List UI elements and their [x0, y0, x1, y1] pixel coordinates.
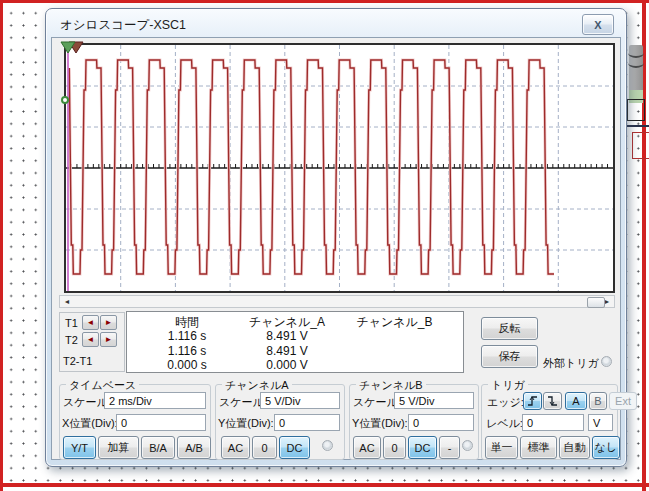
t2-channel-a-value: 8.491 V	[237, 344, 337, 358]
multisim-workspace: オシロスコープ-XSC1 X ◄ ► T1 ◄	[0, 0, 649, 491]
cursor-handle-icons[interactable]	[60, 41, 86, 54]
trigger-mode-normal-button[interactable]: 標準	[520, 436, 557, 459]
timebase-mode-ab-button[interactable]: A/B	[177, 436, 211, 459]
falling-edge-icon	[547, 395, 559, 407]
channel-b-ac-button[interactable]: AC	[353, 436, 381, 459]
scrollbar-left-arrow-icon[interactable]: ◄	[61, 296, 73, 307]
trigger-rising-edge-button[interactable]	[523, 392, 542, 410]
trigger-group-title: トリガ	[488, 378, 528, 393]
trigger-source-ext-button[interactable]: Ext	[609, 392, 637, 410]
circuit-wire-fragment	[627, 99, 645, 121]
channel-b-group-title: チャンネルB	[356, 378, 426, 393]
cursor-panel: T1 ◄ ► T2 ◄ ► T2-T1	[59, 312, 125, 372]
page-border-top	[0, 0, 649, 3]
t1-right-button[interactable]: ►	[100, 315, 117, 330]
timebase-mode-ba-button[interactable]: B/A	[141, 436, 175, 459]
invert-button[interactable]: 反転	[481, 317, 538, 340]
t1-label: T1	[65, 317, 78, 329]
t2-t1-label: T2-T1	[63, 355, 92, 367]
circuit-wire-fragment	[626, 125, 649, 127]
rising-edge-icon	[527, 395, 539, 407]
trigger-level-field[interactable]: 0	[522, 414, 584, 431]
circuit-arc-fragment	[628, 48, 644, 58]
measurement-table: 時間 チャンネル_A チャンネル_B 1.116 s 8.491 V 1.116…	[126, 311, 464, 373]
t2-left-button[interactable]: ◄	[82, 332, 99, 347]
channel-a-dc-button[interactable]: DC	[279, 436, 310, 459]
waveform-plot	[66, 45, 613, 291]
t2-label: T2	[65, 334, 78, 346]
channel-b-terminal[interactable]	[462, 440, 473, 451]
col-header-channel-b: チャンネル_B	[342, 314, 447, 331]
timebase-scale-field[interactable]: 2 ms/Div	[104, 392, 206, 409]
trigger-source-b-button[interactable]: B	[589, 392, 607, 410]
t1-channel-a-value: 8.491 V	[237, 329, 337, 343]
trigger-edge-label: エッジ:	[487, 395, 524, 410]
page-border-left	[0, 0, 3, 491]
timebase-mode-add-button[interactable]: 加算	[98, 436, 139, 459]
channel-a-zero-button[interactable]: 0	[252, 436, 277, 459]
channel-a-group-title: チャンネルA	[222, 378, 292, 393]
trigger-mode-single-button[interactable]: 単一	[485, 436, 518, 459]
channel-a-ypos-field[interactable]: 0	[274, 414, 340, 431]
trigger-falling-edge-button[interactable]	[543, 392, 562, 410]
channel-b-minus-button[interactable]: -	[439, 436, 460, 459]
external-trigger-terminal[interactable]	[601, 356, 612, 367]
circuit-arc-fragment	[628, 58, 644, 68]
timebase-xpos-field[interactable]: 0	[116, 414, 206, 431]
timebase-xpos-label: X位置(Div):	[62, 416, 118, 431]
channel-a-terminal[interactable]	[322, 440, 333, 451]
channel-b-zero-button[interactable]: 0	[383, 436, 406, 459]
trigger-source-a-button[interactable]: A	[565, 392, 587, 410]
channel-b-dc-button[interactable]: DC	[408, 436, 437, 459]
t2-right-button[interactable]: ►	[100, 332, 117, 347]
save-button[interactable]: 保存	[481, 345, 538, 368]
channel-reference-marker-icon[interactable]	[61, 96, 69, 104]
t2-t1-time-value: 0.000 s	[142, 358, 232, 372]
trigger-mode-none-button[interactable]: なし	[592, 436, 620, 459]
channel-b-scale-field[interactable]: 5 V/Div	[394, 392, 474, 409]
channel-a-scale-field[interactable]: 5 V/Div	[260, 392, 340, 409]
trigger-level-unit-field[interactable]: V	[588, 414, 613, 431]
t2-t1-channel-a-value: 0.000 V	[237, 358, 337, 372]
scope-display	[64, 43, 615, 293]
trigger-mode-auto-button[interactable]: 自動	[559, 436, 590, 459]
close-button[interactable]: X	[582, 14, 614, 35]
channel-b-ypos-field[interactable]: 0	[408, 414, 474, 431]
t1-left-button[interactable]: ◄	[82, 315, 99, 330]
external-trigger-label: 外部トリガ	[543, 356, 599, 371]
t2-time-value: 1.116 s	[142, 344, 232, 358]
t1-time-value: 1.116 s	[142, 329, 232, 343]
display-scrollbar[interactable]: ◄ ►	[59, 295, 615, 308]
channel-a-ypos-label: Y位置(Div):	[218, 416, 274, 431]
page-border-bottom	[0, 483, 649, 487]
close-icon: X	[594, 19, 601, 31]
oscilloscope-window: オシロスコープ-XSC1 X ◄ ► T1 ◄	[45, 8, 627, 467]
scrollbar-thumb[interactable]	[587, 297, 605, 308]
channel-a-ac-button[interactable]: AC	[221, 436, 250, 459]
timebase-group-title: タイムベース	[66, 378, 139, 393]
window-title: オシロスコープ-XSC1	[60, 17, 186, 34]
circuit-outline-fragment	[632, 132, 649, 159]
timebase-mode-yt-button[interactable]: Y/T	[63, 436, 96, 459]
dialog-client-area: ◄ ► T1 ◄ ► T2 ◄ ► T2-T1 時間 チャンネル_A チャンネル…	[51, 37, 621, 460]
channel-b-ypos-label: Y位置(Div):	[352, 416, 408, 431]
trigger-level-label: レベル:	[486, 416, 523, 431]
